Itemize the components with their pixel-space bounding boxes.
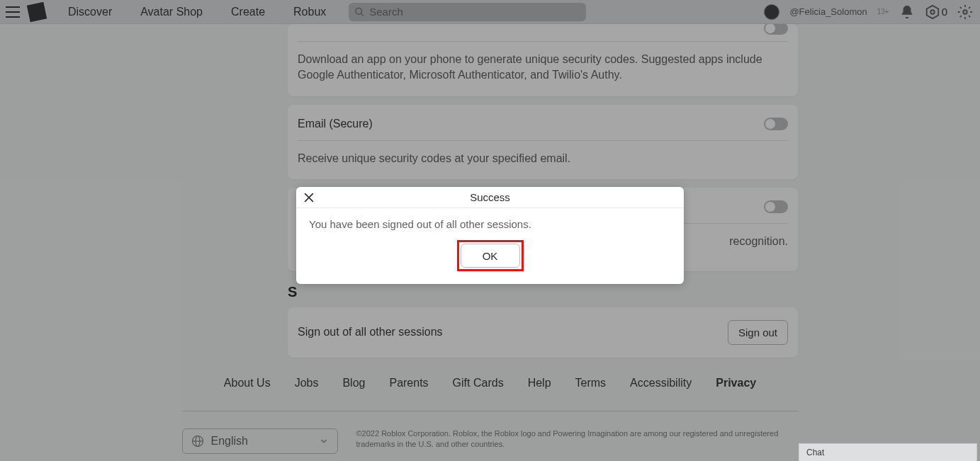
- close-icon[interactable]: [302, 190, 316, 205]
- modal-header: Success: [296, 187, 684, 208]
- modal-message: You have been signed out of all other se…: [309, 218, 671, 230]
- chat-bar[interactable]: Chat: [799, 443, 977, 461]
- ok-button[interactable]: OK: [461, 244, 520, 268]
- highlight-box: OK: [457, 240, 524, 271]
- success-modal: Success You have been signed out of all …: [296, 187, 684, 284]
- modal-title: Success: [470, 191, 510, 203]
- chat-label: Chat: [806, 448, 824, 457]
